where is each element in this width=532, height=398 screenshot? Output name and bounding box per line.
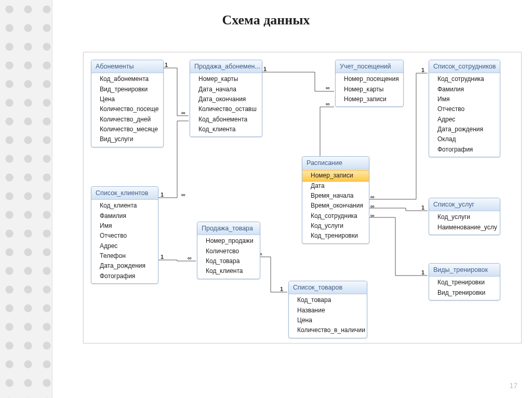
table-field[interactable]: Код_клиента [197,266,260,276]
table-field-list: Номер_посещенияНомер_картыНомер_записи [336,73,403,106]
table-services[interactable]: Список_услуг Код_услугиНаименование_услу [429,198,500,235]
table-field[interactable]: Адрес [91,241,158,251]
table-field[interactable]: Фотография [91,271,158,281]
table-field[interactable]: Дата [302,181,369,191]
slide-number: 17 [509,381,517,390]
rel-card: ∞ [370,212,375,218]
rel-card: 1 [161,191,164,198]
table-field[interactable]: Вид_услуги [91,134,163,144]
table-field[interactable]: Номер_посещения [336,74,403,84]
table-field[interactable]: Имя [91,221,158,231]
table-field[interactable]: Код_услуги [429,212,500,222]
table-field-list: Номер_записиДатаВремя_началаВремя_оконча… [302,170,369,243]
rel-card: ∞ [370,203,375,209]
table-field[interactable]: Фамилия [429,85,500,94]
rel-card: 1 [161,254,164,260]
table-field[interactable]: Дата_окончания [190,94,262,104]
table-field[interactable]: Название [289,306,367,315]
table-field[interactable]: Код_тренировки [429,278,500,287]
rel-card: 1 [165,62,168,68]
table-field[interactable]: Отчество [429,104,500,114]
table-title: Список_клиентов [91,187,158,200]
table-field[interactable]: Адрес [429,115,500,125]
table-field[interactable]: Дата_рождения [429,125,500,134]
table-field[interactable]: Номер_карты [336,85,403,94]
table-title: Учет_посещений [336,60,403,73]
table-goods[interactable]: Список_товаров Код_товараНазваниеЦенаКол… [288,281,367,338]
rel-card: 1 [421,204,424,211]
table-field-list: Код_услугиНаименование_услу [429,211,500,235]
table-field-list: Код_сотрудникаФамилияИмяОтчествоАдресДат… [429,73,500,157]
table-abonements[interactable]: Абонементы Код_абонементаВид_тренировкиЦ… [91,60,164,147]
table-field[interactable]: Код_сотрудника [302,211,369,221]
table-field[interactable]: Время_окончания [302,201,369,211]
table-title: Абонементы [91,60,163,73]
table-title: Список_сотрудников [429,60,500,73]
table-field-list: Код_абонементаВид_тренировкиЦенаКоличест… [91,73,163,147]
table-field[interactable]: Код_услуги [302,221,369,231]
table-field[interactable]: Количество_месяце [91,125,163,134]
table-field[interactable]: Оклад [429,134,500,144]
table-field[interactable]: Количество_в_наличии [289,325,367,335]
table-field[interactable]: Номер_карты [190,74,262,84]
table-field[interactable]: Количество_оставш [190,104,262,114]
table-field[interactable]: Код_товара [197,256,260,266]
table-field[interactable]: Цена [91,94,163,104]
table-field[interactable]: Номер_продажи [197,236,260,246]
table-field[interactable]: Номер_записи [336,94,403,104]
table-schedule[interactable]: Расписание Номер_записиДатаВремя_началаВ… [302,156,369,244]
table-title: Расписание [302,157,369,170]
table-field[interactable]: Код_клиента [91,201,158,211]
table-field[interactable]: Код_сотрудника [429,74,500,84]
table-title: Список_услуг [429,198,500,211]
table-field[interactable]: Вид_тренировки [429,288,500,298]
table-field[interactable]: Код_абонемента [91,74,163,84]
table-field[interactable]: Телефон [91,251,158,261]
table-field[interactable]: Дата_рождения [91,261,158,271]
page-title: Схема данных [0,12,532,28]
rel-card: ∞ [326,101,330,107]
rel-card: ∞ [326,85,330,91]
table-field[interactable]: Дата_начала [190,85,262,94]
relationships-canvas: 1 ∞ 1 ∞ ∞ 1 1 ∞ 1 ∞ 1 ∞ 1 ∞ 1 ∞ 1 ∞ Абон… [83,52,522,344]
table-field[interactable]: Отчество [91,231,158,241]
table-field[interactable]: Номер_записи [302,170,369,181]
table-field[interactable]: Код_тренировки [302,231,369,241]
rel-card: 1 [263,66,267,72]
table-field[interactable]: Время_начала [302,191,369,201]
table-title: Продажа_товара [197,222,260,235]
table-field-list: Номер_картыДата_началаДата_окончанияКоли… [190,73,262,136]
table-sale-abonements[interactable]: Продажа_абонемен... Номер_картыДата_нача… [190,60,262,137]
rel-card: 1 [421,269,424,276]
decorative-sidebar [0,0,52,398]
rel-card: 1 [421,67,424,73]
rel-card: ∞ [181,191,185,198]
table-field[interactable]: Имя [429,94,500,104]
table-field[interactable]: Код_абонемента [190,115,262,125]
table-field[interactable]: Количество_дней [91,115,163,125]
table-field[interactable]: Код_товара [289,295,367,305]
table-field[interactable]: Код_клиента [190,125,262,134]
table-clients[interactable]: Список_клиентов Код_клиентаФамилияИмяОтч… [91,186,158,284]
rel-card: 1 [280,286,283,292]
rel-card: ∞ [188,255,192,261]
table-field[interactable]: Фамилия [91,211,158,221]
rel-card: ∞ [181,109,185,116]
table-sale-goods[interactable]: Продажа_товара Номер_продажиКоличетсвоКо… [197,222,260,279]
table-field[interactable]: Фотография [429,145,500,155]
table-field[interactable]: Количетсво [197,246,260,256]
table-title: Продажа_абонемен... [190,60,262,73]
table-field[interactable]: Вид_тренировки [91,85,163,94]
table-visits[interactable]: Учет_посещений Номер_посещенияНомер_карт… [335,60,404,107]
table-field[interactable]: Цена [289,315,367,325]
table-field[interactable]: Наименование_услу [429,223,500,232]
table-field[interactable]: Количество_посеще [91,104,163,114]
table-title: Список_товаров [289,281,367,294]
table-field-list: Номер_продажиКоличетсвоКод_товараКод_кли… [197,235,260,279]
table-title: Виды_тренировок [429,264,500,277]
table-training-types[interactable]: Виды_тренировок Код_тренировкиВид_тренир… [429,263,500,300]
table-field-list: Код_тренировкиВид_тренировки [429,277,500,300]
table-staff[interactable]: Список_сотрудников Код_сотрудникаФамилия… [429,60,500,157]
table-field-list: Код_клиентаФамилияИмяОтчествоАдресТелефо… [91,200,158,283]
rel-card: ∞ [370,194,375,200]
